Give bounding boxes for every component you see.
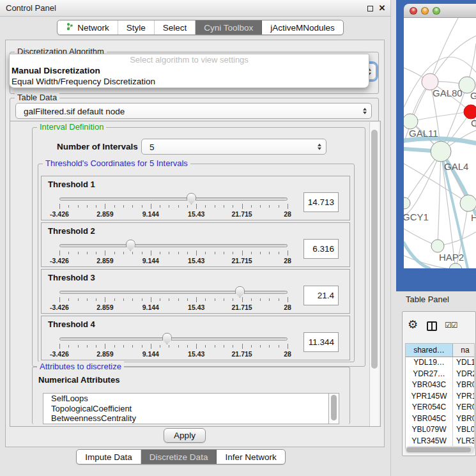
network-node-H-partial[interactable]	[460, 195, 476, 211]
attributes-list-scrollbar[interactable]	[329, 393, 339, 424]
table-cell[interactable]: YBR0	[453, 413, 474, 425]
network-node-GAL4[interactable]	[431, 141, 451, 162]
network-view-window: GAL80GACGAL11GAL4GCY1HHAP2	[396, 0, 476, 291]
tab-infer-network[interactable]: Infer Network	[217, 450, 284, 464]
table-cell[interactable]: YER0	[453, 402, 474, 413]
column-split-icon[interactable]	[427, 321, 437, 331]
table-cell[interactable]: YER054C	[406, 402, 453, 413]
threshold-slider[interactable]: -3.4262.8599.14415.4321.71528	[59, 334, 288, 358]
dropdown-option-equal-width-frequency[interactable]: Equal Width/Frequency Discretization	[10, 77, 369, 88]
attribute-list-item[interactable]: BetweennessCentrality	[43, 413, 328, 424]
table-row[interactable]: YDL19…YDL1	[406, 357, 474, 369]
tab-style[interactable]: Style	[118, 20, 155, 35]
network-node-label: GA	[470, 90, 476, 101]
table-header-cell[interactable]: na	[453, 344, 474, 357]
slider-track[interactable]	[59, 244, 288, 247]
slider-thumb[interactable]	[187, 193, 196, 204]
zoom-traffic-light-icon[interactable]	[433, 7, 440, 15]
table-cell[interactable]: YBL0	[453, 424, 474, 436]
slider-track[interactable]	[59, 337, 288, 341]
table-cell[interactable]: YDR2	[453, 369, 474, 380]
slider-track[interactable]	[59, 291, 288, 294]
table-cell[interactable]: YDL19…	[406, 357, 453, 369]
table-cell[interactable]: YPR1	[453, 391, 474, 403]
tab-impute-data[interactable]: Impute Data	[77, 450, 141, 464]
table-row[interactable]: YPR145WYPR1	[406, 391, 474, 403]
tab-cyni-toolbox[interactable]: Cyni Toolbox	[196, 20, 262, 35]
tab-select[interactable]: Select	[155, 20, 196, 35]
apply-button[interactable]: Apply	[164, 428, 206, 443]
attribute-list-item[interactable]: SelfLoops	[43, 394, 328, 404]
table-cell[interactable]: YLR345W	[406, 436, 453, 447]
scrollbar-thumb[interactable]	[406, 447, 471, 452]
network-node-label: HAP2	[439, 252, 464, 263]
table-cell[interactable]: YLR3	[453, 436, 474, 447]
table-row[interactable]: YBR043CYBR0	[406, 380, 474, 391]
tick-mark	[224, 205, 224, 208]
table-row[interactable]: YBL079WYBL0	[406, 424, 474, 436]
table-row[interactable]: YLR345WYLR3	[406, 436, 474, 447]
table-cell[interactable]: YDL1	[453, 357, 474, 369]
table-cell[interactable]: YBL079W	[406, 424, 453, 436]
network-edge[interactable]	[438, 151, 441, 246]
tick-mark	[196, 250, 197, 256]
network-node-HAP2[interactable]	[431, 240, 444, 252]
scrollbar-thumb[interactable]	[331, 395, 337, 420]
threshold-value-field[interactable]: 21.4	[303, 286, 339, 305]
table-cell[interactable]: YBR043C	[406, 380, 453, 391]
table-cell[interactable]: YBR045C	[406, 413, 453, 425]
network-node-label: GAL4	[444, 161, 468, 172]
network-highlight-edge[interactable]	[404, 243, 429, 268]
threshold-value-field[interactable]: 11.344	[303, 332, 339, 352]
table-row[interactable]: YER054CYER0	[406, 402, 474, 413]
threshold-slider[interactable]: -3.4262.8599.14415.4321.71528	[59, 240, 288, 265]
float-window-icon[interactable]	[365, 3, 375, 13]
network-node-GCY1[interactable]	[404, 197, 410, 209]
tick-mark	[224, 252, 224, 254]
slider-thumb[interactable]	[235, 286, 245, 298]
table-horizontal-scrollbar[interactable]	[405, 446, 475, 454]
threshold-label: Threshold 2	[48, 226, 95, 236]
network-graph-canvas[interactable]: GAL80GACGAL11GAL4GCY1HHAP2	[404, 18, 476, 268]
table-cell[interactable]: YPR145W	[406, 391, 453, 403]
threshold-value-field[interactable]: 6.316	[303, 239, 339, 259]
tick-mark	[142, 252, 142, 254]
network-edge[interactable]	[410, 112, 471, 121]
tab-network[interactable]: Network	[58, 20, 118, 35]
threshold-slider[interactable]: -3.4262.8599.14415.4321.71528	[59, 194, 288, 218]
table-panel: ⚙ ☑☑ shared…naYDL19…YDL1YDR27…YDR2YBR043…	[402, 311, 476, 456]
tick-mark	[260, 345, 261, 348]
select-columns-icon[interactable]: ☑☑	[445, 321, 457, 330]
network-node-GAL11[interactable]	[404, 114, 418, 129]
tick-mark	[169, 205, 169, 208]
table-row[interactable]: YDR27…YDR2	[406, 369, 474, 380]
minimize-traffic-light-icon[interactable]	[421, 7, 429, 15]
table-cell[interactable]: YBR0	[453, 380, 474, 391]
threshold-value-field[interactable]: 14.713	[303, 192, 339, 212]
close-icon[interactable]: ✕	[377, 3, 387, 13]
table-data-combobox[interactable]: galFiltered.sif default node	[15, 103, 372, 119]
slider-thumb[interactable]	[126, 240, 135, 251]
tab-discretize-data[interactable]: Discretize Data	[141, 450, 217, 464]
network-edge[interactable]	[430, 18, 458, 82]
tick-mark	[233, 298, 233, 301]
network-node-selected-red[interactable]	[464, 105, 476, 119]
threshold-slider[interactable]: -3.4262.8599.14415.4321.71528	[59, 287, 288, 311]
gear-icon[interactable]: ⚙	[408, 319, 418, 330]
network-window-titlebar[interactable]	[404, 4, 476, 18]
table-header-cell[interactable]: shared…	[406, 344, 453, 357]
scrollbar-thumb[interactable]	[371, 130, 378, 369]
panel-scrollbar[interactable]	[369, 122, 379, 426]
close-traffic-light-icon[interactable]	[410, 7, 417, 15]
tick-mark	[251, 252, 252, 254]
slider-thumb[interactable]	[162, 333, 172, 344]
dropdown-option-manual-discretization[interactable]: Manual Discretization	[10, 66, 369, 77]
attribute-list-item[interactable]: TopologicalCoefficient	[43, 404, 328, 414]
network-node-label: GAL80	[433, 88, 463, 98]
tab-jactivemnodules[interactable]: jActiveMNodules	[262, 20, 343, 35]
slider-track[interactable]	[59, 197, 288, 201]
table-row[interactable]: YBR045CYBR0	[406, 413, 474, 425]
num-intervals-combobox[interactable]: 5	[141, 139, 326, 155]
table-cell[interactable]: YDR27…	[406, 369, 453, 380]
network-node-bottom-node[interactable]	[449, 263, 462, 268]
